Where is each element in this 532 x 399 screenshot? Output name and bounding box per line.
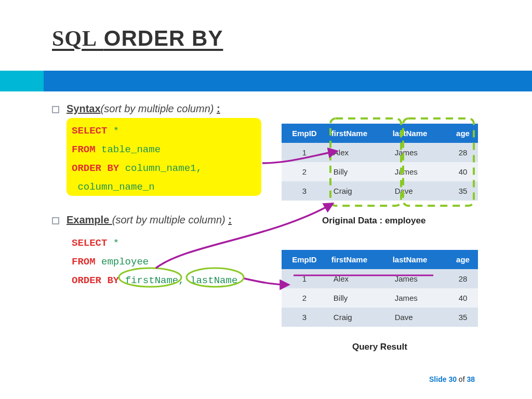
original-header-empid: EmpID bbox=[282, 124, 327, 143]
result-cell: 40 bbox=[448, 288, 478, 308]
original-cell: 40 bbox=[448, 162, 478, 181]
original-table-caption: Original Data : employee bbox=[322, 216, 425, 226]
code-id-coln: column_name_n bbox=[72, 181, 155, 193]
result-row: 3CraigDave35 bbox=[282, 308, 478, 327]
result-cell: 1 bbox=[282, 269, 327, 288]
original-header-firstname: firstName bbox=[327, 124, 389, 143]
syntax-heading-bold: Syntax bbox=[66, 103, 101, 114]
result-cell: James bbox=[389, 288, 448, 308]
result-header-firstname: firstName bbox=[327, 250, 389, 269]
footer-slide: Slide 30 bbox=[429, 375, 457, 383]
result-cell: Alex bbox=[327, 269, 389, 288]
example-heading-italic: (sort by multiple column) bbox=[112, 214, 228, 225]
title-rest: ORDER BY bbox=[104, 26, 223, 50]
title-divider-cyan bbox=[0, 71, 44, 91]
original-data-table: EmpIDfirstNamelastNameage1AlexJames282Bi… bbox=[282, 124, 478, 201]
bullet-example bbox=[52, 217, 59, 224]
result-cell: 2 bbox=[282, 288, 327, 308]
result-header-empid: EmpID bbox=[282, 250, 327, 269]
syntax-heading: Syntax(sort by multiple column) : bbox=[66, 103, 220, 115]
original-cell: 1 bbox=[282, 143, 327, 162]
syntax-heading-italic: (sort by multiple column) bbox=[101, 103, 217, 114]
result-cell: 28 bbox=[448, 269, 478, 288]
original-cell: Craig bbox=[327, 181, 389, 201]
original-row: 1AlexJames28 bbox=[282, 143, 478, 162]
result-cell: James bbox=[389, 269, 448, 288]
syntax-heading-colon: : bbox=[217, 103, 220, 114]
ex-id-firstname: firstName bbox=[125, 275, 179, 286]
example-heading: Example (sort by multiple column) : bbox=[66, 214, 232, 226]
result-cell: Craig bbox=[327, 308, 389, 327]
ex-id-star: * bbox=[113, 237, 119, 249]
footer-total: 38 bbox=[467, 375, 475, 383]
code-id-col1: column_name1, bbox=[125, 163, 202, 174]
ex-kw-orderby: ORDER BY bbox=[72, 275, 125, 286]
original-row: 3CraigDave35 bbox=[282, 181, 478, 201]
original-cell: Dave bbox=[389, 181, 448, 201]
page-title: SQL ORDER BY bbox=[52, 26, 223, 51]
example-heading-colon: : bbox=[228, 214, 232, 225]
original-header-lastname: lastName bbox=[389, 124, 448, 143]
code-kw-from: FROM bbox=[72, 144, 101, 155]
original-cell: Alex bbox=[327, 143, 389, 162]
result-row: 2BillyJames40 bbox=[282, 288, 478, 308]
bullet-syntax bbox=[52, 106, 59, 113]
original-cell: James bbox=[389, 143, 448, 162]
original-cell: Billy bbox=[327, 162, 389, 181]
syntax-code: SELECT * FROM table_name ORDER BY column… bbox=[72, 122, 202, 196]
syntax-heading-row: Syntax(sort by multiple column) : bbox=[52, 103, 220, 115]
original-cell: 28 bbox=[448, 143, 478, 162]
result-cell: 3 bbox=[282, 308, 327, 327]
original-cell: 2 bbox=[282, 162, 327, 181]
ex-id-lastname: lastName bbox=[190, 275, 237, 286]
ex-kw-select: SELECT bbox=[72, 237, 113, 249]
result-cell: Dave bbox=[389, 308, 448, 327]
example-heading-row: Example (sort by multiple column) : bbox=[52, 214, 232, 226]
original-header-age: age bbox=[448, 124, 478, 143]
result-table-caption: Query Result bbox=[352, 342, 407, 352]
ex-kw-from: FROM bbox=[72, 256, 101, 268]
ex-sep: , bbox=[178, 275, 190, 286]
page-number: Slide 30 of 38 bbox=[429, 375, 475, 383]
code-kw-select: SELECT bbox=[72, 125, 113, 137]
original-cell: 35 bbox=[448, 181, 478, 201]
example-heading-bold: Example bbox=[66, 214, 112, 225]
result-cell: Billy bbox=[327, 288, 389, 308]
footer-of: of bbox=[457, 375, 467, 383]
result-header-lastname: lastName bbox=[389, 250, 448, 269]
slide: SQL ORDER BY Syntax(sort by multiple col… bbox=[0, 0, 532, 399]
query-result-table: EmpIDfirstNamelastNameage1AlexJames282Bi… bbox=[282, 250, 478, 327]
result-row: 1AlexJames28 bbox=[282, 269, 478, 288]
original-cell: 3 bbox=[282, 181, 327, 201]
result-cell: 35 bbox=[448, 308, 478, 327]
code-id-star: * bbox=[113, 125, 119, 137]
title-prefix: SQL bbox=[52, 26, 97, 50]
title-divider-blue bbox=[0, 71, 532, 91]
original-cell: James bbox=[389, 162, 448, 181]
result-header-age: age bbox=[448, 250, 478, 269]
original-row: 2BillyJames40 bbox=[282, 162, 478, 181]
ex-id-employee: employee bbox=[101, 256, 149, 268]
code-id-table: table_name bbox=[101, 144, 161, 155]
code-kw-orderby: ORDER BY bbox=[72, 163, 125, 174]
example-code: SELECT * FROM employee ORDER BY firstNam… bbox=[72, 234, 237, 290]
